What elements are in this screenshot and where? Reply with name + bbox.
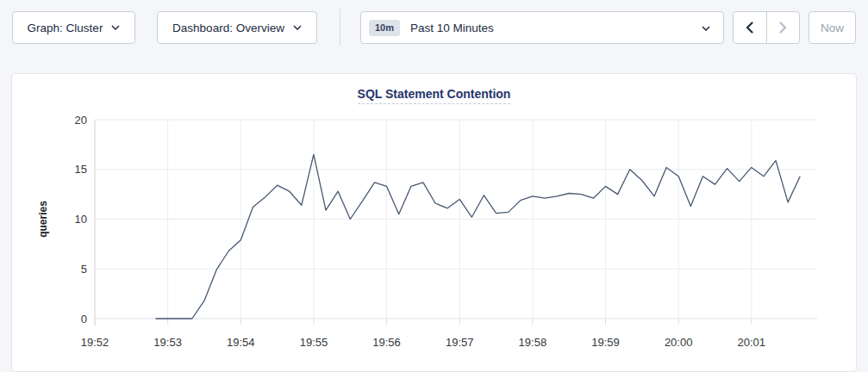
chevron-left-icon	[746, 22, 753, 34]
time-range-label: Past 10 Minutes	[410, 22, 494, 34]
y-tick-label: 5	[81, 263, 87, 276]
x-tick-label: 19:54	[227, 336, 255, 349]
sql-contention-chart[interactable]: 0510152019:5219:5319:5419:5519:5619:5719…	[12, 74, 858, 372]
y-tick-label: 15	[75, 163, 87, 176]
x-tick-label: 20:01	[738, 336, 766, 349]
time-range-badge: 10m	[369, 20, 400, 36]
chart-card: 0510152019:5219:5319:5419:5519:5619:5719…	[11, 73, 857, 372]
chevron-right-icon	[779, 22, 787, 34]
chevron-down-icon	[293, 25, 302, 30]
time-range-selector[interactable]: 10m Past 10 Minutes	[360, 11, 724, 44]
chart-title-row: SQL Statement Contention	[12, 86, 856, 104]
y-tick-label: 20	[75, 114, 87, 127]
now-button-label: Now	[821, 22, 844, 34]
chart-title[interactable]: SQL Statement Contention	[358, 87, 511, 104]
graph-dropdown-label: Graph: Cluster	[28, 22, 103, 34]
chevron-down-icon	[702, 26, 710, 31]
x-tick-label: 19:58	[519, 336, 547, 349]
chevron-down-icon	[111, 25, 120, 30]
chart-gridlines	[95, 120, 817, 325]
now-button[interactable]: Now	[809, 11, 856, 44]
step-forward-button[interactable]	[766, 12, 800, 43]
x-tick-label: 19:53	[153, 336, 182, 349]
data-line	[156, 154, 801, 319]
y-tick-label: 10	[75, 213, 87, 226]
dashboard-dropdown-label: Dashboard: Overview	[172, 22, 284, 34]
step-back-button[interactable]	[734, 12, 766, 43]
x-tick-label: 19:56	[372, 336, 401, 349]
x-tick-label: 19:55	[300, 336, 328, 349]
x-tick-label: 19:52	[81, 336, 109, 349]
dashboard-dropdown[interactable]: Dashboard: Overview	[157, 11, 317, 44]
x-tick-label: 19:59	[591, 336, 620, 349]
graph-dropdown[interactable]: Graph: Cluster	[12, 11, 135, 44]
x-tick-label: 19:57	[446, 336, 474, 349]
time-step-button-group	[733, 11, 800, 44]
y-tick-label: 0	[81, 313, 87, 326]
y-axis-label: queries	[37, 201, 49, 238]
x-tick-label: 20:00	[665, 336, 693, 349]
toolbar-divider	[340, 9, 340, 46]
